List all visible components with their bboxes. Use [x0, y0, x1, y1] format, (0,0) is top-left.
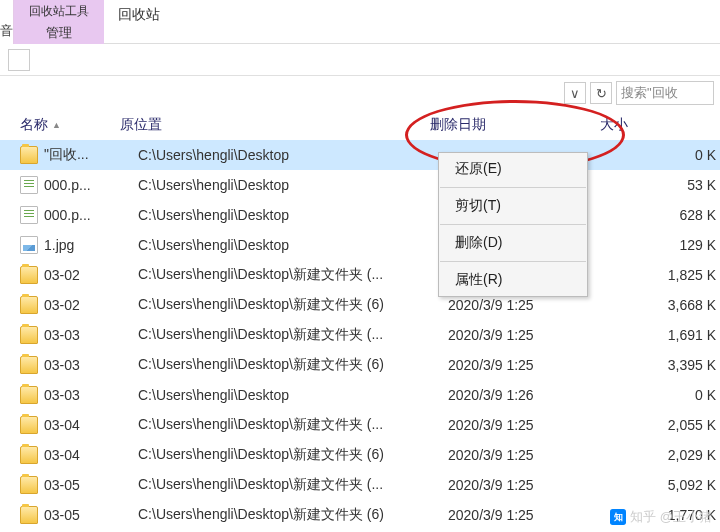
cell-name: 03-03 [44, 387, 138, 403]
cell-location: C:\Users\hengli\Desktop [138, 177, 448, 193]
cell-size: 2,055 K [618, 417, 720, 433]
cell-location: C:\Users\hengli\Desktop\新建文件夹 (6) [138, 356, 448, 374]
cell-date: 2020/3/9 1:25 [448, 297, 618, 313]
cell-date: 2020/3/9 1:25 [448, 477, 618, 493]
table-row[interactable]: 1.jpgC:\Users\hengli\Desktop129 K [0, 230, 720, 260]
cell-size: 0 K [618, 387, 720, 403]
cell-name: 03-05 [44, 477, 138, 493]
sort-indicator-icon: ▲ [52, 120, 61, 130]
folder-icon [20, 476, 38, 494]
toolbar [0, 44, 720, 76]
cell-location: C:\Users\hengli\Desktop\新建文件夹 (... [138, 266, 448, 284]
menu-separator [440, 187, 586, 188]
ribbon-tools-label: 回收站工具 [29, 1, 89, 22]
cell-date: 2020/3/9 1:26 [448, 387, 618, 403]
cell-size: 0 K [618, 147, 720, 163]
menu-separator [440, 224, 586, 225]
cell-name: 03-04 [44, 447, 138, 463]
cell-name: "回收... [44, 146, 138, 164]
refresh-icon[interactable]: ↻ [590, 82, 612, 104]
file-list: "回收...C:\Users\hengli\Desktop0 K000.p...… [0, 140, 720, 530]
cell-date: 2020/3/9 1:25 [448, 507, 618, 523]
ribbon: 音 回收站工具 管理 回收站 [0, 0, 720, 44]
cell-size: 3,395 K [618, 357, 720, 373]
table-row[interactable]: 03-02C:\Users\hengli\Desktop\新建文件夹 (...1… [0, 260, 720, 290]
table-row[interactable]: 03-05C:\Users\hengli\Desktop\新建文件夹 (...2… [0, 470, 720, 500]
cell-location: C:\Users\hengli\Desktop\新建文件夹 (... [138, 326, 448, 344]
window-title: 回收站 [104, 0, 174, 30]
cell-name: 03-05 [44, 507, 138, 523]
cell-size: 628 K [618, 207, 720, 223]
cell-location: C:\Users\hengli\Desktop\新建文件夹 (6) [138, 296, 448, 314]
folder-icon [20, 326, 38, 344]
folder-icon [20, 266, 38, 284]
cell-name: 03-03 [44, 357, 138, 373]
table-row[interactable]: 03-04C:\Users\hengli\Desktop\新建文件夹 (6)20… [0, 440, 720, 470]
table-row[interactable]: 03-04C:\Users\hengli\Desktop\新建文件夹 (...2… [0, 410, 720, 440]
table-row[interactable]: 000.p...C:\Users\hengli\Desktop53 K [0, 170, 720, 200]
column-header-date[interactable]: 删除日期 [430, 116, 600, 134]
folder-icon [20, 296, 38, 314]
column-header-location[interactable]: 原位置 [120, 116, 430, 134]
svg-text:知: 知 [612, 512, 622, 522]
ribbon-contextual-tab[interactable]: 回收站工具 管理 [14, 0, 104, 44]
cell-date: 2020/3/9 1:25 [448, 357, 618, 373]
context-menu-cut[interactable]: 剪切(T) [439, 190, 587, 222]
cell-name: 1.jpg [44, 237, 138, 253]
cell-size: 129 K [618, 237, 720, 253]
dropdown-icon[interactable]: ∨ [564, 82, 586, 104]
cell-location: C:\Users\hengli\Desktop [138, 237, 448, 253]
img-icon [20, 236, 38, 254]
folder-icon [20, 386, 38, 404]
context-menu-restore[interactable]: 还原(E) [439, 153, 587, 185]
context-menu-delete[interactable]: 删除(D) [439, 227, 587, 259]
watermark-brand: 知乎 [630, 508, 656, 526]
cell-location: C:\Users\hengli\Desktop [138, 387, 448, 403]
cell-size: 1,691 K [618, 327, 720, 343]
zhihu-icon: 知 [610, 509, 626, 525]
cell-name: 03-04 [44, 417, 138, 433]
table-row[interactable]: 03-02C:\Users\hengli\Desktop\新建文件夹 (6)20… [0, 290, 720, 320]
context-menu-properties[interactable]: 属性(R) [439, 264, 587, 296]
file-icon [20, 176, 38, 194]
cell-size: 5,092 K [618, 477, 720, 493]
table-row[interactable]: 000.p...C:\Users\hengli\Desktop628 K [0, 200, 720, 230]
cell-size: 2,029 K [618, 447, 720, 463]
table-row[interactable]: 03-03C:\Users\hengli\Desktop2020/3/9 1:2… [0, 380, 720, 410]
cell-date: 2020/3/9 1:25 [448, 417, 618, 433]
folder-icon [20, 146, 38, 164]
folder-icon [20, 356, 38, 374]
cell-name: 03-02 [44, 267, 138, 283]
toolbar-button[interactable] [8, 49, 30, 71]
folder-icon [20, 446, 38, 464]
ribbon-edge: 音 [0, 0, 14, 44]
cell-name: 000.p... [44, 177, 138, 193]
cell-date: 2020/3/9 1:25 [448, 447, 618, 463]
cell-location: C:\Users\hengli\Desktop\新建文件夹 (6) [138, 446, 448, 464]
column-header-name[interactable]: 名称▲ [20, 116, 120, 134]
column-header-size[interactable]: 大小 [600, 116, 720, 134]
ribbon-manage-label: 管理 [46, 22, 72, 44]
cell-size: 3,668 K [618, 297, 720, 313]
watermark-user: @王小猪 [660, 508, 712, 526]
folder-icon [20, 416, 38, 434]
cell-name: 03-02 [44, 297, 138, 313]
table-row[interactable]: 03-03C:\Users\hengli\Desktop\新建文件夹 (...2… [0, 320, 720, 350]
watermark: 知 知乎 @王小猪 [610, 508, 712, 526]
cell-date: 2020/3/9 1:25 [448, 327, 618, 343]
cell-size: 1,825 K [618, 267, 720, 283]
cell-name: 03-03 [44, 327, 138, 343]
table-row[interactable]: 03-03C:\Users\hengli\Desktop\新建文件夹 (6)20… [0, 350, 720, 380]
column-headers: 名称▲ 原位置 删除日期 大小 [0, 110, 720, 140]
cell-location: C:\Users\hengli\Desktop\新建文件夹 (6) [138, 506, 448, 524]
cell-location: C:\Users\hengli\Desktop [138, 207, 448, 223]
folder-icon [20, 506, 38, 524]
cell-location: C:\Users\hengli\Desktop\新建文件夹 (... [138, 476, 448, 494]
table-row[interactable]: "回收...C:\Users\hengli\Desktop0 K [0, 140, 720, 170]
context-menu: 还原(E) 剪切(T) 删除(D) 属性(R) [438, 152, 588, 297]
file-icon [20, 206, 38, 224]
cell-location: C:\Users\hengli\Desktop [138, 147, 448, 163]
cell-name: 000.p... [44, 207, 138, 223]
search-input[interactable]: 搜索"回收 [616, 81, 714, 105]
menu-separator [440, 261, 586, 262]
